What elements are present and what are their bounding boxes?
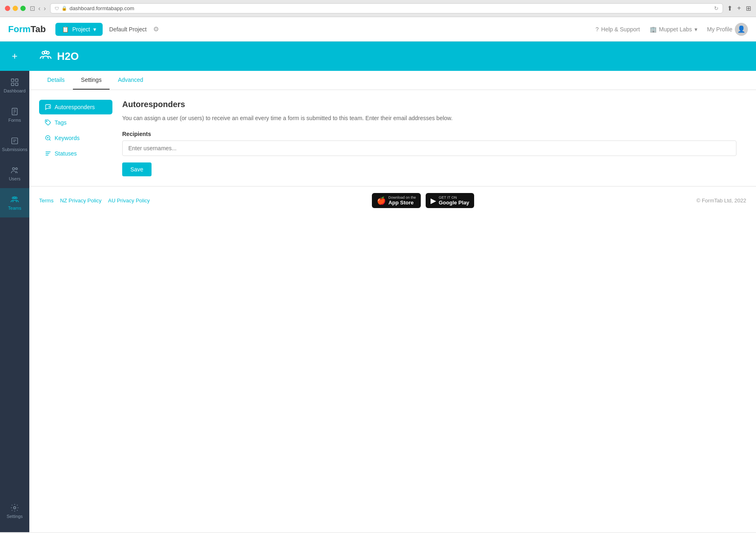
address-bar[interactable]: 🛡 🔒 dashboard.formtabapp.com ↻ <box>50 3 723 13</box>
settings-menu: Autoresponders Tags Keywor <box>39 100 112 176</box>
app-store-badge[interactable]: 🍎 Download on the App Store <box>372 193 421 208</box>
menu-item-statuses[interactable]: Statuses <box>39 146 112 161</box>
refresh-icon[interactable]: ↻ <box>714 5 719 11</box>
sidebar-item-teams[interactable]: Teams <box>0 188 29 217</box>
au-privacy-link[interactable]: AU Privacy Policy <box>108 197 150 204</box>
nz-privacy-link[interactable]: NZ Privacy Policy <box>60 197 101 204</box>
profile-link[interactable]: My Profile 👤 <box>707 23 748 36</box>
team-header: H2O <box>29 42 756 71</box>
sidebar-toggle-icon[interactable]: ⊡ <box>30 4 35 12</box>
gear-icon <box>10 503 19 512</box>
submissions-icon <box>10 136 19 145</box>
help-label: Help & Support <box>601 26 640 33</box>
shield-icon: 🛡 <box>55 6 59 11</box>
sidebar-item-label: Forms <box>8 118 21 123</box>
sidebar-item-forms[interactable]: Forms <box>0 100 29 129</box>
section-title: Autoresponders <box>122 100 736 109</box>
svg-rect-0 <box>11 79 14 81</box>
browser-chrome: ⊡ ‹ › 🛡 🔒 dashboard.formtabapp.com ↻ ⬆ +… <box>0 0 756 17</box>
project-settings-icon[interactable]: ⚙ <box>153 25 159 33</box>
autoresponders-icon <box>45 104 51 110</box>
tab-details[interactable]: Details <box>39 71 73 90</box>
footer-stores: 🍎 Download on the App Store ▶ GET IT ON … <box>372 193 474 208</box>
recipients-label: Recipients <box>122 131 736 137</box>
svg-point-12 <box>15 168 18 170</box>
grid-icon[interactable]: ⊞ <box>746 4 751 12</box>
svg-point-20 <box>46 121 47 122</box>
logo-tab: Tab <box>31 24 46 34</box>
sidebar-item-label: Submissions <box>2 147 27 152</box>
google-play-badge[interactable]: ▶ GET IT ON Google Play <box>426 193 474 208</box>
svg-rect-3 <box>15 83 18 86</box>
content-area: H2O Details Settings Advanced Autoresp <box>29 42 756 532</box>
org-link[interactable]: 🏢 Muppet Labs ▾ <box>650 26 697 33</box>
project-button[interactable]: 📋 Project ▾ <box>55 23 103 36</box>
share-icon[interactable]: ⬆ <box>727 4 732 12</box>
settings-label: Settings <box>7 514 23 519</box>
forward-button[interactable]: › <box>44 5 46 12</box>
lock-icon: 🔒 <box>62 6 67 11</box>
tab-advanced[interactable]: Advanced <box>110 71 151 90</box>
logo: FormTab <box>8 24 46 35</box>
sidebar-item-dashboard[interactable]: Dashboard <box>0 71 29 100</box>
sidebar: + Dashboard Forms Submi <box>0 42 29 532</box>
app-store-small: Download on the <box>388 195 416 200</box>
svg-point-15 <box>14 197 16 199</box>
footer-copyright: © FormTab Ltd, 2022 <box>697 197 746 204</box>
svg-rect-1 <box>15 79 18 81</box>
statuses-icon <box>45 150 51 157</box>
app-store-text: Download on the App Store <box>388 195 416 206</box>
save-button[interactable]: Save <box>122 162 152 176</box>
settings-content: Autoresponders You can assign a user (or… <box>112 100 746 176</box>
svg-rect-2 <box>11 83 14 86</box>
terms-link[interactable]: Terms <box>39 197 53 204</box>
teams-icon <box>10 195 19 204</box>
menu-item-keywords[interactable]: Keywords <box>39 131 112 145</box>
apple-icon: 🍎 <box>377 196 386 205</box>
traffic-lights <box>5 6 26 11</box>
close-traffic-light[interactable] <box>5 6 10 11</box>
footer-links: Terms NZ Privacy Policy AU Privacy Polic… <box>39 197 150 204</box>
app-wrapper: FormTab 📋 Project ▾ Default Project ⚙ ? … <box>0 17 756 532</box>
forms-icon <box>10 107 19 116</box>
project-name: Default Project <box>109 26 147 33</box>
sidebar-bottom: Settings <box>0 496 29 526</box>
menu-item-autoresponders[interactable]: Autoresponders <box>39 100 112 114</box>
menu-item-label: Statuses <box>55 150 77 157</box>
sidebar-item-users[interactable]: Users <box>0 159 29 188</box>
recipients-input[interactable] <box>122 140 736 156</box>
section-description: You can assign a user (or users) to rece… <box>122 114 736 123</box>
google-play-icon: ▶ <box>431 196 436 205</box>
menu-item-label: Tags <box>55 119 67 126</box>
tags-icon <box>45 119 51 126</box>
svg-rect-8 <box>12 138 18 144</box>
chevron-down-icon: ▾ <box>93 26 96 33</box>
plus-icon: + <box>12 50 18 62</box>
team-header-icon <box>39 48 52 64</box>
google-play-text: GET IT ON Google Play <box>439 195 469 206</box>
sidebar-item-label: Users <box>9 176 21 181</box>
sidebar-item-settings[interactable]: Settings <box>0 496 29 526</box>
org-icon: 🏢 <box>650 26 657 33</box>
menu-item-label: Autoresponders <box>55 104 95 110</box>
app-store-big: App Store <box>388 200 416 206</box>
sidebar-item-submissions[interactable]: Submissions <box>0 129 29 159</box>
team-name: H2O <box>57 50 79 63</box>
sidebar-item-label: Teams <box>8 206 21 211</box>
tab-settings[interactable]: Settings <box>73 71 110 90</box>
url-text: dashboard.formtabapp.com <box>70 5 134 11</box>
svg-point-16 <box>13 507 16 509</box>
new-tab-icon[interactable]: + <box>737 4 741 12</box>
logo-form: Form <box>8 24 31 34</box>
back-button[interactable]: ‹ <box>38 5 40 12</box>
help-icon: ? <box>596 26 599 33</box>
minimize-traffic-light[interactable] <box>13 6 18 11</box>
add-button[interactable]: + <box>0 42 29 71</box>
project-icon: 📋 <box>62 26 69 33</box>
fullscreen-traffic-light[interactable] <box>20 6 26 11</box>
browser-actions: ⬆ + ⊞ <box>727 4 751 12</box>
svg-point-19 <box>44 51 47 54</box>
help-support-link[interactable]: ? Help & Support <box>596 26 640 33</box>
project-btn-label: Project <box>72 26 90 33</box>
menu-item-tags[interactable]: Tags <box>39 115 112 130</box>
